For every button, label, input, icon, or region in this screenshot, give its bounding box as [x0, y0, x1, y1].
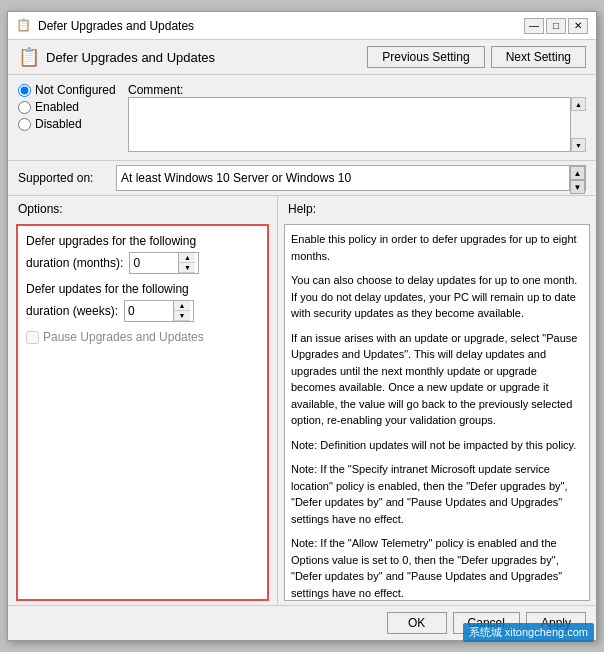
toolbar-buttons: Previous Setting Next Setting	[367, 46, 586, 68]
comment-label: Comment:	[128, 83, 586, 97]
help-paragraph: Enable this policy in order to defer upg…	[291, 231, 583, 264]
defer-upgrades-label: Defer upgrades for the following	[26, 234, 259, 248]
bottom-bar: OK Cancel Apply	[8, 605, 596, 640]
help-paragraph: Note: Definition updates will not be imp…	[291, 437, 583, 454]
help-content: Enable this policy in order to defer upg…	[284, 224, 590, 601]
toolbar-icon: 📋	[18, 46, 40, 68]
previous-setting-button[interactable]: Previous Setting	[367, 46, 484, 68]
next-setting-button[interactable]: Next Setting	[491, 46, 586, 68]
duration-months-label: duration (months):	[26, 256, 123, 270]
apply-button[interactable]: Apply	[526, 612, 586, 634]
supported-label: Supported on:	[18, 171, 108, 185]
help-paragraph: Note: If the "Specify intranet Microsoft…	[291, 461, 583, 527]
supported-scroll-down[interactable]: ▼	[570, 180, 585, 194]
maximize-button[interactable]: □	[546, 18, 566, 34]
comment-textarea[interactable]	[128, 97, 586, 152]
main-window: 📋 Defer Upgrades and Updates — □ ✕ 📋 Def…	[7, 11, 597, 641]
defer-updates-label: Defer updates for the following	[26, 282, 259, 296]
supported-scroll-up[interactable]: ▲	[570, 166, 585, 180]
supported-row: Supported on: At least Windows 10 Server…	[8, 161, 596, 196]
duration-weeks-row: duration (weeks): 0 ▲ ▼	[26, 300, 259, 322]
help-panel: Help: Enable this policy in order to def…	[278, 196, 596, 605]
pause-checkbox-row: Pause Upgrades and Updates	[26, 330, 259, 344]
comment-scrollbar: ▲ ▼	[570, 97, 586, 152]
disabled-label: Disabled	[35, 117, 82, 131]
duration-weeks-input[interactable]: 0	[125, 303, 173, 319]
ok-button[interactable]: OK	[387, 612, 447, 634]
weeks-spin-up[interactable]: ▲	[174, 301, 190, 311]
enabled-radio[interactable]	[18, 101, 31, 114]
options-content: Defer upgrades for the following duratio…	[16, 224, 269, 601]
duration-months-spinner: 0 ▲ ▼	[129, 252, 199, 274]
supported-scrollbar: ▲ ▼	[569, 166, 585, 190]
not-configured-radio[interactable]	[18, 84, 31, 97]
duration-months-input[interactable]: 0	[130, 255, 178, 271]
options-label: Options:	[8, 196, 277, 220]
weeks-spinner-buttons: ▲ ▼	[173, 301, 190, 321]
options-panel: Options: Defer upgrades for the followin…	[8, 196, 278, 605]
comment-area: Comment: ▲ ▼	[128, 83, 586, 152]
scroll-up-btn[interactable]: ▲	[571, 97, 586, 111]
enabled-option[interactable]: Enabled	[18, 100, 118, 114]
options-help-row: Options: Defer upgrades for the followin…	[8, 196, 596, 605]
help-label: Help:	[278, 196, 596, 220]
config-section: Not Configured Enabled Disabled Comment:…	[8, 75, 596, 161]
toolbar: 📋 Defer Upgrades and Updates Previous Se…	[8, 40, 596, 75]
months-spin-up[interactable]: ▲	[179, 253, 195, 263]
comment-input-wrap: ▲ ▼	[128, 97, 586, 152]
duration-weeks-label: duration (weeks):	[26, 304, 118, 318]
disabled-radio[interactable]	[18, 118, 31, 131]
title-bar-left: 📋 Defer Upgrades and Updates	[16, 18, 194, 34]
duration-weeks-spinner: 0 ▲ ▼	[124, 300, 194, 322]
minimize-button[interactable]: —	[524, 18, 544, 34]
window-icon: 📋	[16, 18, 32, 34]
cancel-button[interactable]: Cancel	[453, 612, 520, 634]
weeks-spin-down[interactable]: ▼	[174, 311, 190, 321]
help-paragraph: Note: If the "Allow Telemetry" policy is…	[291, 535, 583, 601]
not-configured-label: Not Configured	[35, 83, 116, 97]
radio-group: Not Configured Enabled Disabled	[18, 83, 118, 152]
duration-months-row: duration (months): 0 ▲ ▼	[26, 252, 259, 274]
months-spinner-buttons: ▲ ▼	[178, 253, 195, 273]
disabled-option[interactable]: Disabled	[18, 117, 118, 131]
toolbar-title: Defer Upgrades and Updates	[46, 50, 361, 65]
help-paragraph: If an issue arises with an update or upg…	[291, 330, 583, 429]
not-configured-option[interactable]: Not Configured	[18, 83, 118, 97]
supported-value-box: At least Windows 10 Server or Windows 10…	[116, 165, 586, 191]
window-title: Defer Upgrades and Updates	[38, 19, 194, 33]
title-bar: 📋 Defer Upgrades and Updates — □ ✕	[8, 12, 596, 40]
scroll-down-btn[interactable]: ▼	[571, 138, 586, 152]
close-button[interactable]: ✕	[568, 18, 588, 34]
help-paragraph: You can also choose to delay updates for…	[291, 272, 583, 322]
supported-value: At least Windows 10 Server or Windows 10	[121, 171, 369, 185]
title-controls: — □ ✕	[524, 18, 588, 34]
pause-label: Pause Upgrades and Updates	[43, 330, 204, 344]
months-spin-down[interactable]: ▼	[179, 263, 195, 273]
enabled-label: Enabled	[35, 100, 79, 114]
pause-checkbox[interactable]	[26, 331, 39, 344]
